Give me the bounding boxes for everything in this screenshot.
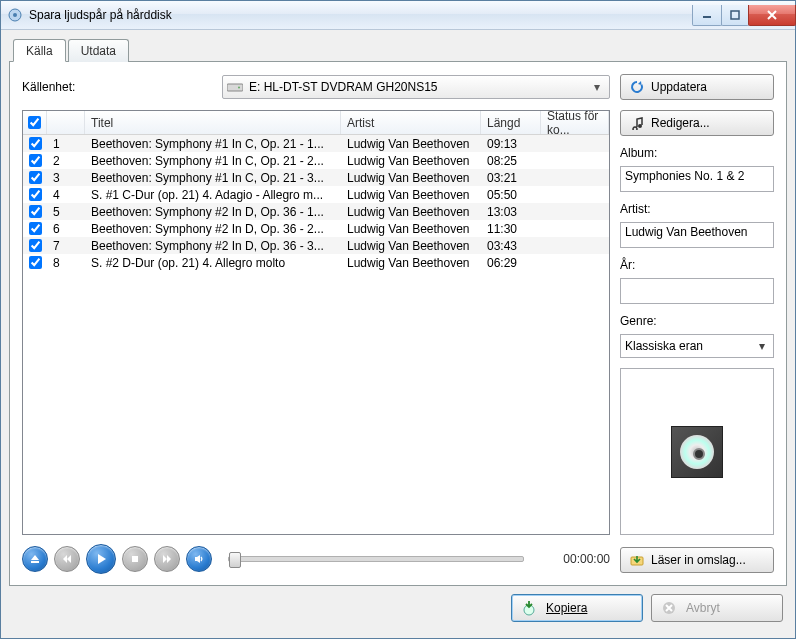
row-length: 05:50 bbox=[481, 188, 541, 202]
top-side-buttons: Uppdatera bbox=[620, 74, 774, 100]
stop-button[interactable] bbox=[122, 546, 148, 572]
edit-button[interactable]: Redigera... bbox=[620, 110, 774, 136]
minimize-button[interactable] bbox=[692, 5, 722, 26]
row-checkbox-cell bbox=[23, 171, 47, 184]
row-checkbox-cell bbox=[23, 239, 47, 252]
svg-point-5 bbox=[238, 87, 240, 89]
cd-icon bbox=[680, 435, 714, 469]
cover-art-box bbox=[620, 368, 774, 535]
row-length: 06:29 bbox=[481, 256, 541, 270]
tab-source[interactable]: Källa bbox=[13, 39, 66, 62]
year-field[interactable] bbox=[620, 278, 774, 304]
row-title: Beethoven: Symphony #1 In C, Op. 21 - 1.… bbox=[85, 137, 341, 151]
table-row[interactable]: 2Beethoven: Symphony #1 In C, Op. 21 - 2… bbox=[23, 152, 609, 169]
source-row: Källenhet: E: HL-DT-ST DVDRAM GH20NS15 ▾… bbox=[22, 74, 774, 100]
album-field[interactable]: Symphonies No. 1 & 2 bbox=[620, 166, 774, 192]
folder-arrow-icon bbox=[629, 552, 645, 568]
row-length: 11:30 bbox=[481, 222, 541, 236]
row-artist: Ludwig Van Beethoven bbox=[341, 256, 481, 270]
row-num: 4 bbox=[47, 188, 85, 202]
row-artist: Ludwig Van Beethoven bbox=[341, 239, 481, 253]
row-title: S. #2 D-Dur (op. 21) 4. Allegro molto bbox=[85, 256, 341, 270]
genre-label: Genre: bbox=[620, 314, 774, 328]
row-title: Beethoven: Symphony #2 In D, Op. 36 - 1.… bbox=[85, 205, 341, 219]
row-num: 8 bbox=[47, 256, 85, 270]
artist-field[interactable]: Ludwig Van Beethoven bbox=[620, 222, 774, 248]
row-length: 13:03 bbox=[481, 205, 541, 219]
row-artist: Ludwig Van Beethoven bbox=[341, 154, 481, 168]
row-checkbox[interactable] bbox=[29, 188, 42, 201]
row-artist: Ludwig Van Beethoven bbox=[341, 137, 481, 151]
load-cover-button[interactable]: Läser in omslag... bbox=[620, 547, 774, 573]
table-row[interactable]: 1Beethoven: Symphony #1 In C, Op. 21 - 1… bbox=[23, 135, 609, 152]
bottom-bar: Kopiera Avbryt bbox=[9, 586, 787, 630]
maximize-button[interactable] bbox=[721, 5, 749, 26]
cancel-button[interactable]: Avbryt bbox=[651, 594, 783, 622]
artist-label: Artist: bbox=[620, 202, 774, 216]
header-status[interactable]: Status för ko... bbox=[541, 111, 609, 134]
row-artist: Ludwig Van Beethoven bbox=[341, 171, 481, 185]
row-checkbox[interactable] bbox=[29, 154, 42, 167]
close-button[interactable] bbox=[748, 5, 796, 26]
row-checkbox[interactable] bbox=[29, 205, 42, 218]
chevron-down-icon: ▾ bbox=[589, 80, 605, 94]
row-num: 7 bbox=[47, 239, 85, 253]
row-checkbox-cell bbox=[23, 205, 47, 218]
svg-rect-4 bbox=[227, 84, 243, 91]
client-area: Källa Utdata Källenhet: E: HL-DT-ST DVDR… bbox=[1, 30, 795, 638]
drive-icon bbox=[227, 79, 243, 95]
tab-output[interactable]: Utdata bbox=[68, 39, 129, 62]
header-length[interactable]: Längd bbox=[481, 111, 541, 134]
svg-point-7 bbox=[638, 124, 642, 128]
next-button[interactable] bbox=[154, 546, 180, 572]
table-row[interactable]: 8S. #2 D-Dur (op. 21) 4. Allegro moltoLu… bbox=[23, 254, 609, 271]
genre-select[interactable]: Klassiska eran ▾ bbox=[620, 334, 774, 358]
cd-case-icon bbox=[671, 426, 723, 478]
seek-slider[interactable] bbox=[228, 556, 524, 562]
slider-thumb[interactable] bbox=[229, 552, 241, 568]
row-num: 1 bbox=[47, 137, 85, 151]
header-title[interactable]: Titel bbox=[85, 111, 341, 134]
row-artist: Ludwig Van Beethoven bbox=[341, 188, 481, 202]
genre-value: Klassiska eran bbox=[625, 339, 755, 353]
table-row[interactable]: 3Beethoven: Symphony #1 In C, Op. 21 - 3… bbox=[23, 169, 609, 186]
row-length: 08:25 bbox=[481, 154, 541, 168]
track-grid: Titel Artist Längd Status för ko... 1Bee… bbox=[22, 110, 610, 535]
row-checkbox[interactable] bbox=[29, 222, 42, 235]
table-row[interactable]: 4S. #1 C-Dur (op. 21) 4. Adagio - Allegr… bbox=[23, 186, 609, 203]
row-checkbox[interactable] bbox=[29, 137, 42, 150]
header-checkbox[interactable] bbox=[23, 111, 47, 134]
row-title: S. #1 C-Dur (op. 21) 4. Adagio - Allegro… bbox=[85, 188, 341, 202]
row-checkbox[interactable] bbox=[29, 171, 42, 184]
time-display: 00:00:00 bbox=[540, 552, 610, 566]
prev-button[interactable] bbox=[54, 546, 80, 572]
window-title: Spara ljudspår på hårddisk bbox=[29, 8, 693, 22]
header-artist[interactable]: Artist bbox=[341, 111, 481, 134]
header-num[interactable] bbox=[47, 111, 85, 134]
titlebar: Spara ljudspår på hårddisk bbox=[1, 1, 795, 30]
table-row[interactable]: 6Beethoven: Symphony #2 In D, Op. 36 - 2… bbox=[23, 220, 609, 237]
update-button[interactable]: Uppdatera bbox=[620, 74, 774, 100]
table-row[interactable]: 5Beethoven: Symphony #2 In D, Op. 36 - 1… bbox=[23, 203, 609, 220]
row-length: 03:21 bbox=[481, 171, 541, 185]
row-checkbox-cell bbox=[23, 256, 47, 269]
row-checkbox[interactable] bbox=[29, 256, 42, 269]
app-icon bbox=[7, 7, 23, 23]
svg-rect-2 bbox=[703, 16, 711, 18]
volume-button[interactable] bbox=[186, 546, 212, 572]
row-title: Beethoven: Symphony #1 In C, Op. 21 - 2.… bbox=[85, 154, 341, 168]
drive-combo[interactable]: E: HL-DT-ST DVDRAM GH20NS15 ▾ bbox=[222, 75, 610, 99]
row-checkbox[interactable] bbox=[29, 239, 42, 252]
eject-button[interactable] bbox=[22, 546, 48, 572]
window: Spara ljudspår på hårddisk Källa Utdata … bbox=[0, 0, 796, 639]
select-all-checkbox[interactable] bbox=[28, 116, 41, 129]
edit-label: Redigera... bbox=[651, 116, 710, 130]
copy-label: Kopiera bbox=[546, 601, 587, 615]
play-button[interactable] bbox=[86, 544, 116, 574]
source-unit-label: Källenhet: bbox=[22, 80, 212, 94]
row-num: 2 bbox=[47, 154, 85, 168]
load-cover-label: Läser in omslag... bbox=[651, 553, 746, 567]
grid-header: Titel Artist Längd Status för ko... bbox=[23, 111, 609, 135]
copy-button[interactable]: Kopiera bbox=[511, 594, 643, 622]
table-row[interactable]: 7Beethoven: Symphony #2 In D, Op. 36 - 3… bbox=[23, 237, 609, 254]
